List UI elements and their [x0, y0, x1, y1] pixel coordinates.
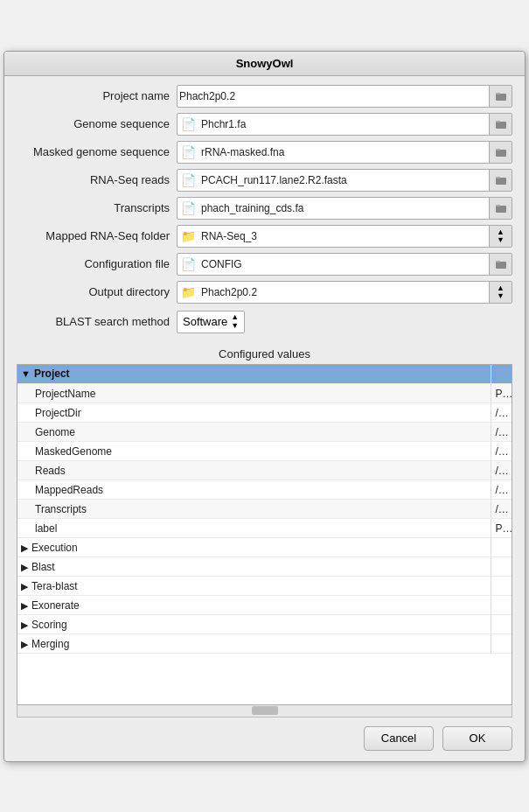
folder-browse-icon3: [495, 174, 507, 186]
folder-browse-icon2: [495, 146, 507, 158]
configured-values-section: Configured values ▼ProjectProjectNamePha…: [17, 347, 512, 705]
mapped-rnaseq-spinner[interactable]: ▲ ▼: [489, 226, 512, 247]
group-arrow: ▶: [21, 639, 28, 649]
value-cell: /mnt/md/nfs01/ian_reid/seqs/Phchr1/predi…: [491, 403, 512, 423]
cancel-button[interactable]: Cancel: [364, 726, 434, 751]
value-cell: Phach2p0.2: [491, 384, 512, 403]
masked-file-icon: 📄: [181, 145, 196, 159]
group-value-cell: [491, 634, 512, 654]
group-arrow: ▶: [21, 620, 28, 630]
group-row[interactable]: ▼Project: [17, 365, 512, 384]
tree-table: ▼ProjectProjectNamePhach2p0.2ProjectDir/…: [17, 365, 512, 654]
masked-genome-label: Masked genome sequence: [17, 145, 170, 158]
horizontal-scrollbar[interactable]: [17, 705, 512, 718]
masked-genome-input-wrap[interactable]: 📄 rRNA-masked.fna: [177, 141, 512, 164]
masked-genome-browse[interactable]: [489, 142, 512, 163]
svg-rect-3: [496, 121, 500, 122]
genome-file-icon: 📄: [181, 117, 196, 131]
project-name-value: Phach2p0.2: [177, 90, 489, 102]
rnaseq-reads-browse[interactable]: [489, 170, 512, 191]
mapped-folder-icon: 📁: [181, 229, 196, 243]
svg-rect-8: [496, 206, 506, 213]
transcripts-value: phach_training_cds.fa: [199, 202, 489, 214]
group-row[interactable]: ▶Execution: [17, 538, 512, 557]
table-row: labelPhach2p0.2: [17, 519, 512, 538]
folder-browse-icon5: [495, 258, 507, 270]
rnaseq-reads-input-wrap[interactable]: 📄 PCACH_run117.lane2.R2.fasta: [177, 169, 512, 192]
masked-genome-value: rRNA-masked.fna: [199, 146, 489, 158]
genome-sequence-row: Genome sequence 📄 Phchr1.fa: [17, 113, 512, 136]
table-row: MaskedGenome/mnt/md/nfs01/ian_reid/seqs/…: [17, 442, 512, 461]
table-row: ProjectDir/mnt/md/nfs01/ian_reid/seqs/Ph…: [17, 403, 512, 423]
key-cell: ProjectName: [17, 384, 491, 403]
configured-values-title: Configured values: [17, 347, 512, 360]
value-cell: /mnt/md/nfs01/ian_reid/seqs/Phchr1/train…: [491, 500, 512, 519]
group-arrow: ▶: [21, 562, 28, 572]
genome-sequence-browse[interactable]: [489, 114, 512, 135]
value-cell: /mnt/md/nfs01/ian_reid/seqs/Phchr1/Phchr…: [491, 423, 512, 442]
ok-button[interactable]: OK: [442, 726, 512, 751]
group-row[interactable]: ▶Scoring: [17, 615, 512, 634]
group-arrow: ▶: [21, 542, 28, 553]
title-bar: SnowyOwl: [4, 52, 525, 76]
mapped-rnaseq-value: RNA-Seq_3: [199, 230, 489, 242]
transcripts-row: Transcripts 📄 phach_training_cds.fa: [17, 197, 512, 220]
transcripts-browse[interactable]: [489, 198, 512, 219]
blast-select-wrap[interactable]: Software ▲ ▼: [177, 311, 245, 333]
svg-rect-6: [496, 178, 506, 185]
button-row: Cancel OK: [4, 718, 525, 761]
blast-select-value: Software: [183, 315, 227, 328]
blast-label: BLAST search method: [17, 315, 170, 328]
value-cell: /mnt/md/nfs01/ian_reid/seqs/Phchr1/RNA-S…: [491, 480, 512, 500]
output-dir-input-wrap[interactable]: 📁 Phach2p0.2 ▲ ▼: [177, 281, 512, 304]
key-cell: Reads: [17, 461, 491, 480]
key-cell: ProjectDir: [17, 403, 491, 423]
table-row: Transcripts/mnt/md/nfs01/ian_reid/seqs/P…: [17, 500, 512, 519]
mapped-rnaseq-label: Mapped RNA-Seq folder: [17, 229, 170, 242]
output-folder-icon: 📁: [181, 285, 196, 299]
group-arrow: ▼: [21, 368, 31, 379]
group-name: Execution: [31, 542, 78, 554]
folder-browse-icon4: [495, 202, 507, 214]
config-file-browse[interactable]: [489, 254, 512, 275]
group-name: Exonerate: [31, 599, 80, 612]
transcripts-file-icon: 📄: [181, 201, 196, 215]
transcripts-input-wrap[interactable]: 📄 phach_training_cds.fa: [177, 197, 512, 220]
blast-spinner[interactable]: ▲ ▼: [231, 313, 239, 331]
table-row: Reads/mnt/md/nfs01/ian_reid/seqs/Phchr1/…: [17, 461, 512, 480]
config-file-input-wrap[interactable]: 📄 CONFIG: [177, 253, 512, 276]
mapped-rnaseq-input-wrap[interactable]: 📁 RNA-Seq_3 ▲ ▼: [177, 225, 512, 248]
svg-rect-1: [496, 93, 500, 94]
group-name: Tera-blast: [31, 580, 78, 592]
group-value-cell: [491, 615, 512, 634]
output-dir-row: Output directory 📁 Phach2p0.2 ▲ ▼: [17, 281, 512, 304]
project-name-input-wrap[interactable]: Phach2p0.2: [177, 85, 512, 108]
output-dir-spinner[interactable]: ▲ ▼: [489, 282, 512, 303]
transcripts-label: Transcripts: [17, 201, 170, 214]
folder-icon: [495, 90, 507, 102]
key-cell: label: [17, 519, 491, 538]
group-name: Merging: [31, 638, 69, 650]
group-row[interactable]: ▶Exonerate: [17, 596, 512, 615]
table-row: Genome/mnt/md/nfs01/ian_reid/seqs/Phchr1…: [17, 423, 512, 442]
svg-rect-7: [496, 177, 500, 178]
blast-row: BLAST search method Software ▲ ▼: [17, 311, 512, 333]
genome-sequence-input-wrap[interactable]: 📄 Phchr1.fa: [177, 113, 512, 136]
group-row[interactable]: ▶Blast: [17, 557, 512, 577]
title-text: SnowyOwl: [236, 57, 294, 70]
group-row[interactable]: ▶Tera-blast: [17, 577, 512, 596]
group-value-cell: [491, 596, 512, 615]
tree-table-wrap[interactable]: ▼ProjectProjectNamePhach2p0.2ProjectDir/…: [17, 364, 512, 705]
value-cell: Phach2p0.2: [491, 519, 512, 538]
rnaseq-file-icon: 📄: [181, 173, 196, 187]
masked-genome-row: Masked genome sequence 📄 rRNA-masked.fna: [17, 141, 512, 164]
rnaseq-reads-label: RNA-Seq reads: [17, 173, 170, 186]
config-file-label: Configuration file: [17, 257, 170, 270]
project-name-label: Project name: [17, 89, 170, 102]
form-area: Project name Phach2p0.2 Genome sequence …: [4, 76, 525, 342]
table-row: ProjectNamePhach2p0.2: [17, 384, 512, 403]
dialog: SnowyOwl Project name Phach2p0.2 Genome …: [3, 51, 526, 762]
group-row[interactable]: ▶Merging: [17, 634, 512, 654]
project-name-browse[interactable]: [489, 86, 512, 107]
mapped-rnaseq-row: Mapped RNA-Seq folder 📁 RNA-Seq_3 ▲ ▼: [17, 225, 512, 248]
